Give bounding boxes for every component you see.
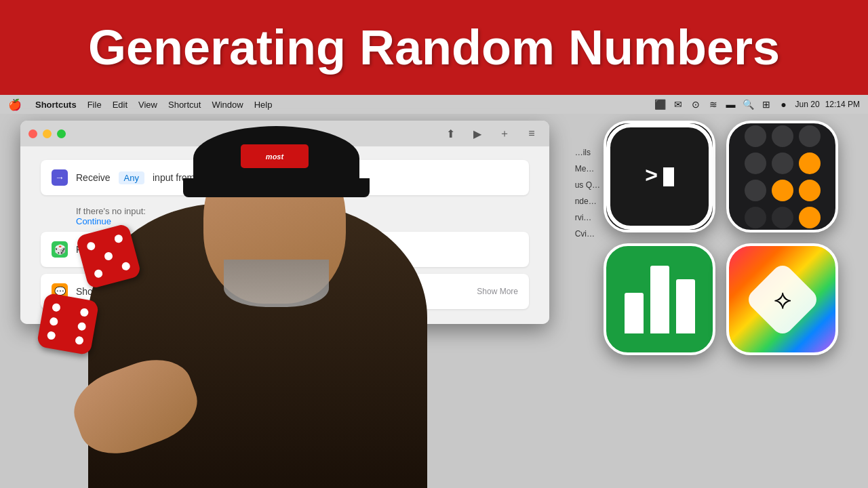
wifi-icon: ≋ <box>707 100 719 109</box>
terminal-cursor <box>663 167 674 186</box>
dot <box>86 241 96 251</box>
calc-btn-1 <box>745 125 766 147</box>
dot <box>94 269 104 279</box>
terminal-app-wrapper[interactable]: > <box>604 121 715 232</box>
add-button[interactable]: ＋ <box>495 126 514 141</box>
terminal-gt: > <box>645 164 658 189</box>
page-title: Generating Random Numbers <box>88 20 780 75</box>
content-area: 🎲 Roll Die ⬆ ▶ ＋ ≡ → Receive Any input f… <box>0 114 868 488</box>
calc-btn-2 <box>772 125 793 147</box>
menu-app-name[interactable]: Shortcuts <box>35 100 77 110</box>
dot <box>80 308 90 317</box>
shortcuts-window: 🎲 Roll Die ⬆ ▶ ＋ ≡ → Receive Any input f… <box>20 121 549 324</box>
settings-button[interactable]: ≡ <box>522 126 541 141</box>
mail-icon: ✉ <box>672 100 684 109</box>
dot <box>46 331 56 340</box>
right-text-line5: rvi… <box>575 209 600 226</box>
chart-bar-2 <box>650 266 669 333</box>
shortcuts-diamond: ⟡ <box>744 261 821 338</box>
calculator-app-wrapper[interactable] <box>726 121 838 232</box>
and-label: and <box>217 244 233 255</box>
play-button[interactable]: ▶ <box>468 126 487 141</box>
control-center-icon[interactable]: ⊞ <box>760 100 772 109</box>
menu-file[interactable]: File <box>87 100 102 110</box>
menu-view[interactable]: View <box>138 100 157 110</box>
dot <box>77 322 87 331</box>
dot <box>75 336 84 346</box>
alert-label: Show alert <box>76 286 121 297</box>
numbers-app-wrapper[interactable] <box>604 243 715 355</box>
calc-btn-7 <box>745 180 766 201</box>
right-text-line4: nde… <box>575 193 600 209</box>
num2-tag[interactable]: ... <box>241 243 260 256</box>
input-from-label: input from <box>153 172 195 183</box>
maximize-button[interactable] <box>57 129 66 138</box>
close-button[interactable] <box>28 129 37 138</box>
dot <box>104 251 114 262</box>
window-title-label: Roll Die <box>277 129 309 139</box>
search-icon[interactable]: 🔍 <box>743 100 755 109</box>
calc-btn-4 <box>745 152 766 174</box>
menu-edit[interactable]: Edit <box>113 100 127 110</box>
right-text-overlay: …ils Me… us Q… nde… rvi… Cvi… <box>575 144 600 242</box>
terminal-app-icon[interactable]: > <box>604 121 715 232</box>
chart-bar-1 <box>625 293 644 333</box>
app-icon-row-1: > <box>604 121 861 232</box>
dot <box>52 302 61 312</box>
shortcuts-app-wrapper[interactable]: ⟡ <box>726 243 838 355</box>
dot <box>121 262 132 272</box>
app-icons-panel: > <box>604 121 861 480</box>
calc-btn-3 <box>799 125 821 147</box>
num1-tag[interactable]: 1 <box>193 243 209 256</box>
calc-btn-12 <box>799 207 821 228</box>
any-tag[interactable]: Any <box>119 171 144 184</box>
menu-help[interactable]: Help <box>254 100 273 110</box>
time-display: 12:14 PM <box>825 100 860 109</box>
calc-btn-11 <box>772 207 793 228</box>
minimize-button[interactable] <box>43 129 52 138</box>
receive-icon: → <box>52 169 68 186</box>
calc-btn-9 <box>799 180 821 201</box>
app-icon-row-2: ⟡ <box>604 243 861 355</box>
title-bar: Generating Random Numbers <box>0 0 868 95</box>
shortcuts-app-icon[interactable]: ⟡ <box>726 243 838 355</box>
user-icon: ● <box>778 100 790 109</box>
menu-bar: 🍎 Shortcuts File Edit View Shortcut Wind… <box>0 95 868 114</box>
die-2 <box>37 293 100 356</box>
menu-bar-right: ⬛ ✉ ⊙ ≋ ▬ 🔍 ⊞ ● Jun 20 12:14 PM <box>654 100 860 109</box>
right-text-line3: us Q… <box>575 177 600 193</box>
random-icon: 🎲 <box>52 241 68 258</box>
show-more-button[interactable]: Show More <box>477 287 518 296</box>
random-number-tag[interactable]: 🟩 Random Number <box>129 285 220 298</box>
window-app-icon: 🎲 <box>260 127 273 140</box>
calc-btn-6 <box>799 152 821 174</box>
share-button[interactable]: ⬆ <box>441 126 460 141</box>
calc-btn-8 <box>772 180 793 201</box>
calc-btn-10 <box>745 207 766 228</box>
screen-icon: ▬ <box>725 100 737 109</box>
menu-shortcut[interactable]: Shortcut <box>168 100 201 110</box>
calc-btn-5 <box>772 152 793 174</box>
calculator-app-icon[interactable] <box>726 121 838 232</box>
location-icon: ⊙ <box>690 100 702 109</box>
menu-window[interactable]: Window <box>212 100 243 110</box>
shortcuts-symbol: ⟡ <box>774 284 791 315</box>
screenshot-icon: ⬛ <box>654 100 667 109</box>
hand <box>64 348 207 466</box>
numbers-chart <box>618 259 702 340</box>
no-input-label: If there's no input: <box>76 206 518 216</box>
date-display: Jun 20 <box>795 100 820 109</box>
dot <box>49 317 58 326</box>
right-text-line1: …ils <box>575 144 600 161</box>
chart-bar-3 <box>676 279 695 333</box>
window-title: 🎲 Roll Die <box>260 127 309 140</box>
right-text-line6: Cvi… <box>575 226 600 242</box>
apple-menu[interactable]: 🍎 <box>8 98 22 111</box>
calc-buttons <box>739 121 826 232</box>
terminal-prompt: > <box>645 164 674 189</box>
continue-link[interactable]: Continue <box>76 216 518 226</box>
window-toolbar: ⬆ ▶ ＋ ≡ <box>441 126 541 141</box>
numbers-app-icon[interactable] <box>604 243 715 355</box>
right-text-line2: Me… <box>575 161 600 177</box>
source-tag[interactable]: ... <box>203 171 221 184</box>
